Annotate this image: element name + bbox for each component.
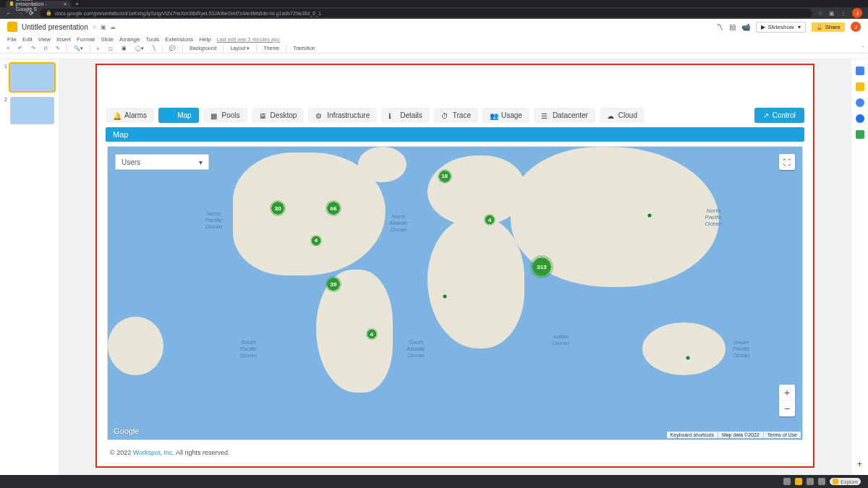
tab-trace[interactable]: ⏱Trace	[434, 108, 478, 123]
trend-icon[interactable]: 〽	[716, 23, 723, 31]
move-icon[interactable]: ▣	[101, 24, 106, 30]
print-icon[interactable]: ⎙	[42, 45, 49, 51]
volume-icon[interactable]	[783, 478, 791, 485]
attrib-terms[interactable]: Terms of Use	[763, 432, 801, 438]
menu-format[interactable]: Format	[77, 36, 95, 43]
tasks-icon[interactable]	[856, 98, 864, 107]
cloud-icon[interactable]: ☁	[110, 24, 116, 30]
cursor-icon[interactable]: ▹	[95, 45, 102, 52]
image-icon[interactable]: ▣	[119, 45, 129, 52]
back-icon[interactable]: ←	[6, 10, 12, 17]
undo-icon[interactable]: ↶	[16, 45, 25, 52]
textbox-icon[interactable]: ◻	[106, 45, 115, 52]
meet-icon[interactable]: 📹	[741, 23, 750, 31]
tab-pools[interactable]: ▦Pools	[203, 108, 247, 123]
collapse-icon[interactable]: ˆ	[862, 46, 864, 51]
calendar-icon[interactable]	[856, 67, 864, 75]
chrome-avatar[interactable]: J	[852, 8, 862, 18]
star-icon[interactable]: ☆	[92, 24, 97, 30]
background-button[interactable]: Background	[187, 45, 218, 51]
canvas[interactable]: 🔔Alarms🌐Map▦Pools🖥Desktop⚙Infrastructure…	[59, 59, 851, 475]
last-edit-link[interactable]: Last edit was 3 minutes ago	[217, 37, 280, 42]
layout-button[interactable]: Layout ▾	[228, 45, 252, 52]
maps-icon[interactable]	[856, 130, 864, 139]
map-cluster[interactable]: 30	[270, 200, 286, 216]
map-cluster[interactable]: 313	[530, 255, 553, 278]
address-bar[interactable]: 🔒 docs.google.com/presentation/d/1eKxbg3…	[40, 9, 812, 17]
new-tab-icon[interactable]: +	[75, 1, 79, 7]
tab-desktop[interactable]: 🖥Desktop	[252, 108, 305, 123]
map-filter-dropdown[interactable]: Users ▾	[115, 154, 209, 170]
slides-logo-icon[interactable]	[7, 22, 17, 32]
map-cluster[interactable]: 39	[326, 276, 341, 292]
comment-icon[interactable]: ▤	[729, 23, 736, 31]
tab-datacenter[interactable]: ☰Datacenter	[534, 108, 595, 123]
slide[interactable]: 🔔Alarms🌐Map▦Pools🖥Desktop⚙Infrastructure…	[97, 65, 813, 466]
paint-icon[interactable]: ✎	[54, 45, 62, 52]
menu-edit[interactable]: Edit	[22, 36, 33, 43]
slide-thumb-2[interactable]	[10, 97, 54, 124]
map-cluster[interactable]: 66	[326, 200, 341, 216]
tab-details[interactable]: ℹDetails	[381, 108, 430, 123]
map[interactable]: North Pacific Ocean South Pacific Ocean …	[107, 146, 803, 440]
tab-label: Datacenter	[553, 111, 588, 119]
slideshow-button[interactable]: ▶ Slideshow ▾	[756, 22, 805, 33]
menu-icon[interactable]: ⋮	[841, 10, 846, 17]
menu-arrange[interactable]: Arrange	[119, 36, 140, 43]
tab-map[interactable]: 🌐Map	[158, 108, 198, 123]
menu-extensions[interactable]: Extensions	[165, 36, 193, 43]
user-avatar[interactable]: J	[851, 22, 861, 32]
reload-icon[interactable]: ⟳	[29, 10, 34, 17]
control-button[interactable]: ↗Control	[754, 108, 804, 123]
tab-usage[interactable]: 👥Usage	[482, 108, 529, 123]
extension-icon[interactable]: ▣	[829, 10, 835, 17]
redo-icon[interactable]: ↷	[29, 45, 38, 52]
chrome-tab[interactable]: Untitled presentation - Google S ×	[6, 1, 71, 7]
menu-view[interactable]: View	[38, 36, 51, 43]
attrib-data[interactable]: Map data ©2022	[718, 432, 763, 438]
star-icon[interactable]: ☆	[818, 10, 823, 17]
cc-icon[interactable]	[807, 478, 814, 485]
close-icon[interactable]: ×	[64, 1, 67, 7]
doc-title[interactable]: Untitled presentation	[22, 23, 88, 31]
forward-icon[interactable]: →	[17, 10, 23, 17]
attrib-keyboard[interactable]: Keyboard shortcuts	[667, 432, 718, 438]
gear-icon[interactable]	[795, 478, 802, 485]
tab-infrastructure[interactable]: ⚙Infrastructure	[308, 108, 377, 123]
map-dot[interactable]	[686, 356, 689, 359]
map-cluster[interactable]: 4	[366, 328, 378, 340]
explore-button[interactable]: Explore	[830, 478, 861, 485]
shape-icon[interactable]: ◯▾	[133, 45, 146, 52]
line-icon[interactable]: ╲	[150, 45, 158, 52]
theme-button[interactable]: Theme	[261, 45, 281, 51]
map-cluster[interactable]: 4	[484, 214, 495, 226]
footer-link[interactable]: Workspot, Inc.	[133, 449, 174, 456]
infrastructure-icon: ⚙	[315, 112, 323, 119]
menu-slide[interactable]: Slide	[101, 36, 114, 43]
map-cluster[interactable]: 18	[438, 169, 452, 184]
tab-cloud[interactable]: ☁Cloud	[600, 108, 644, 123]
slide-thumb-1[interactable]	[10, 64, 54, 91]
zoom-in-button[interactable]: +	[779, 385, 795, 401]
menu-tools[interactable]: Tools	[146, 36, 160, 43]
comment-add-icon[interactable]: 💬	[167, 45, 178, 52]
window-icon[interactable]	[818, 478, 825, 485]
map-cluster[interactable]: 4	[310, 235, 322, 247]
menu-help[interactable]: Help	[199, 36, 210, 43]
menu-file[interactable]: File	[7, 36, 17, 43]
map-dot[interactable]	[647, 214, 651, 218]
tab-alarms[interactable]: 🔔Alarms	[106, 108, 154, 123]
side-panel-add-icon[interactable]: +	[857, 459, 862, 469]
new-slide-icon[interactable]: +	[4, 45, 12, 51]
transition-button[interactable]: Transition	[291, 45, 317, 51]
zoom-out-button[interactable]: −	[779, 401, 795, 416]
keep-icon[interactable]	[856, 82, 864, 91]
menu-insert[interactable]: Insert	[56, 36, 71, 43]
contacts-icon[interactable]	[856, 114, 864, 123]
explore-label: Explore	[841, 479, 858, 484]
ocean-io: Indian Ocean	[552, 334, 569, 347]
map-dot[interactable]	[443, 294, 446, 298]
zoom-icon[interactable]: 🔍▾	[72, 45, 85, 52]
share-button[interactable]: 🔒 Share	[812, 22, 845, 32]
fullscreen-button[interactable]: ⛶	[779, 154, 795, 170]
